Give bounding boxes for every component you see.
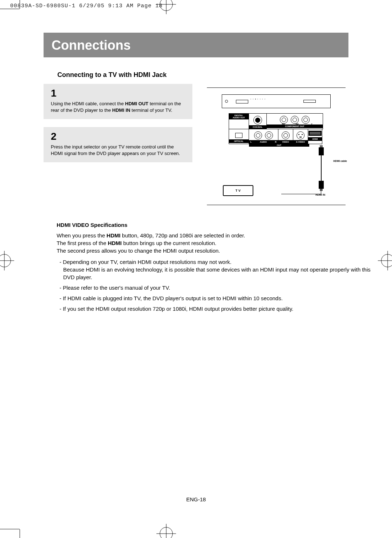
component-pr-jack-icon [280, 116, 288, 124]
hdmi-spec-section: HDMI VIDEO Specifications When you press… [57, 221, 376, 313]
section-banner: Connections [44, 33, 348, 57]
diagram-column: ◦ ◦ ▪ ◦ ◦ ◦ ◦ DIGITAL AUDIO OUT COAXIAL [200, 84, 348, 209]
component-pb-jack-icon [291, 116, 299, 124]
print-header: 00839A-SD-6980SU-1 6/29/05 9:13 AM Page … [10, 3, 163, 9]
spec-paragraph: When you press the HDMI button, 480p, 72… [57, 232, 376, 254]
component-y-jack-icon [302, 116, 310, 124]
spec-title: HDMI VIDEO Specifications [57, 221, 376, 229]
port-hdmi: HDMI [308, 137, 322, 141]
port-video: VIDEO [278, 140, 293, 144]
step-2: 2 Press the input selector on your TV re… [44, 127, 192, 162]
out-label: OUT [249, 144, 309, 147]
step-number: 1 [51, 87, 187, 99]
page-footer: ENG-18 [0, 496, 392, 502]
tv-box: T V [223, 185, 253, 196]
hdmi-cable-label: HDMI cable [333, 160, 347, 162]
hdmi-plug-top-icon [319, 147, 324, 155]
port-optical: OPTICAL [229, 139, 249, 143]
dvd-player-front-icon: ◦ ◦ ▪ ◦ ◦ ◦ ◦ [222, 94, 331, 108]
video-jack-icon [282, 131, 290, 139]
port-digital-audio-out: DIGITAL AUDIO OUT [229, 114, 249, 119]
label-y: Y [311, 123, 313, 125]
list-item: If HDMI cable is plugged into TV, the DV… [57, 294, 376, 302]
svideo-jack-icon [297, 131, 305, 139]
step-number: 2 [51, 131, 187, 142]
label-pr: PR [282, 123, 285, 125]
audio-l-jack-icon [254, 131, 262, 139]
port-component-out: COMPONENT OUT [267, 125, 323, 128]
hdmi-port-icon [309, 131, 322, 136]
hdmi-cable-diagram: HDMI cable HDMI IN T V [207, 149, 346, 196]
step-text: Press the input selector on your TV remo… [51, 144, 187, 156]
optical-port-icon [235, 133, 242, 138]
list-item: If you set the HDMI output resolution 72… [57, 305, 376, 313]
port-audio: L AUDIO R [249, 140, 278, 144]
port-svideo: S-VIDEO [293, 140, 308, 144]
port-coaxial: COAXIAL [249, 125, 266, 129]
audio-r-jack-icon [265, 131, 273, 139]
coaxial-jack-icon [253, 116, 262, 125]
step-1: 1 Using the HDMI cable, connect the HDMI… [44, 84, 192, 119]
hdmi-plug-bottom-icon [319, 181, 324, 189]
step-text: Using the HDMI cable, connect the HDMI O… [51, 101, 187, 113]
spec-list: Depending on your TV, certain HDMI outpu… [57, 258, 376, 313]
divider [207, 205, 346, 205]
dvd-back-panel: DIGITAL AUDIO OUT COAXIAL [229, 113, 324, 147]
steps-column: 1 Using the HDMI cable, connect the HDMI… [44, 84, 192, 209]
label-pb: PB [296, 123, 299, 125]
list-item: Depending on your TV, certain HDMI outpu… [57, 258, 376, 281]
connection-diagram: ◦ ◦ ▪ ◦ ◦ ◦ ◦ DIGITAL AUDIO OUT COAXIAL [207, 88, 346, 196]
list-item: Please refer to the user's manual of you… [57, 284, 376, 292]
subheading: Connecting to a TV with HDMI Jack [57, 71, 348, 79]
page-content: Connections Connecting to a TV with HDMI… [44, 33, 348, 315]
